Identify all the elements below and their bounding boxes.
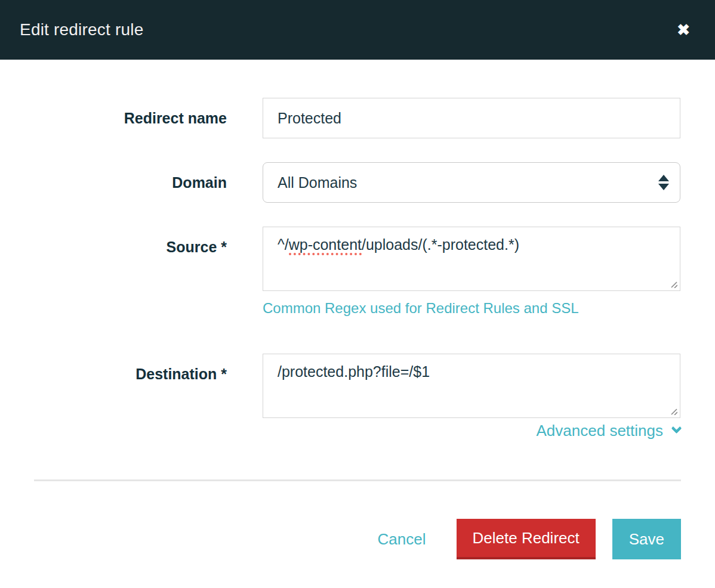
source-value-misspelled: wp-content <box>289 236 362 255</box>
domain-select-value: All Domains <box>278 174 357 191</box>
cancel-button[interactable]: Cancel <box>378 530 426 549</box>
redirect-name-input[interactable] <box>263 98 680 138</box>
source-label: Source * <box>0 227 263 256</box>
edit-redirect-rule-modal: Edit redirect rule ✖ Redirect name Domai… <box>0 0 715 559</box>
advanced-settings-row: Advanced settings <box>0 422 715 440</box>
resize-grip-icon[interactable] <box>670 407 677 415</box>
destination-value: /protected.php?file=/$1 <box>278 363 430 380</box>
common-regex-link[interactable]: Common Regex used for Redirect Rules and… <box>263 300 579 317</box>
source-textarea[interactable]: ^/wp-content/uploads/(.*-protected.*) <box>263 227 680 291</box>
modal-footer: Cancel Delete Redirect Save <box>0 519 715 559</box>
redirect-name-label: Redirect name <box>0 110 263 127</box>
source-value-suffix: /uploads/(.*-protected.*) <box>362 236 519 253</box>
form-row-destination: Destination * /protected.php?file=/$1 <box>0 354 715 418</box>
regex-help-row: Common Regex used for Redirect Rules and… <box>0 300 715 317</box>
modal-title: Edit redirect rule <box>20 20 143 39</box>
chevron-down-icon <box>671 423 682 434</box>
source-value-prefix: ^/ <box>278 236 289 253</box>
resize-grip-icon[interactable] <box>670 280 677 288</box>
advanced-settings-link[interactable]: Advanced settings <box>537 422 680 440</box>
advanced-settings-label: Advanced settings <box>537 422 663 440</box>
modal-body: Redirect name Domain All Domains Source … <box>0 60 715 440</box>
form-row-redirect-name: Redirect name <box>0 98 715 138</box>
form-row-domain: Domain All Domains <box>0 162 715 203</box>
domain-select[interactable]: All Domains <box>263 162 680 203</box>
delete-redirect-button[interactable]: Delete Redirect <box>457 519 596 559</box>
form-row-source: Source * ^/wp-content/uploads/(.*-protec… <box>0 227 715 291</box>
destination-label: Destination * <box>0 354 263 383</box>
select-arrows-icon <box>658 175 669 190</box>
close-icon[interactable]: ✖ <box>674 20 692 40</box>
domain-label: Domain <box>0 174 263 191</box>
modal-header: Edit redirect rule ✖ <box>0 0 715 60</box>
destination-textarea[interactable]: /protected.php?file=/$1 <box>263 354 680 418</box>
divider <box>34 479 681 481</box>
save-button[interactable]: Save <box>612 519 681 559</box>
